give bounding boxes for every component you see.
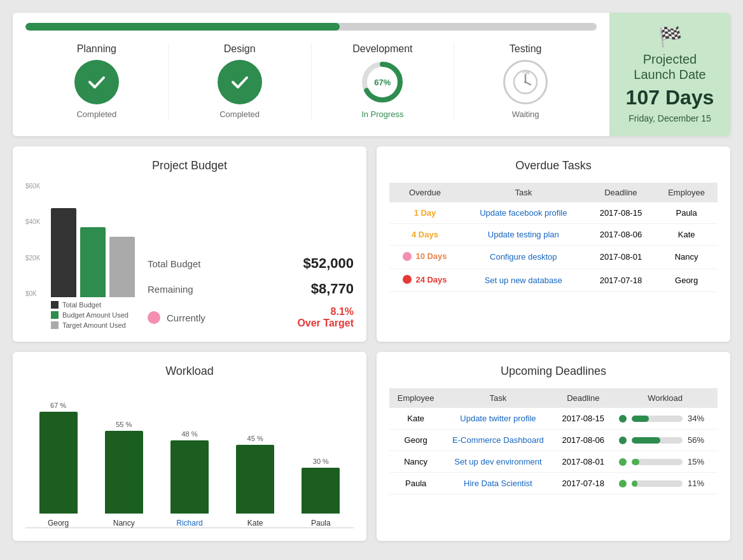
- legend-label-used: Budget Amount Used: [62, 311, 128, 319]
- task-link-2[interactable]: Update testing plan: [488, 230, 559, 239]
- currently-label: Currently: [167, 312, 205, 323]
- overdue-employee-3: Nancy: [655, 246, 718, 269]
- middle-row: Project Budget $60K $40K $20K $0K: [13, 146, 730, 342]
- table-row: Kate Update twitter profile 2017-08-15 3…: [389, 408, 718, 430]
- workload-bar-kate: 45 % Kate: [236, 435, 274, 528]
- remaining-value: $8,770: [311, 281, 354, 297]
- upcoming-table: Employee Task Deadline Workload Kate Upd…: [389, 388, 718, 494]
- name-richard[interactable]: Richard: [176, 519, 202, 528]
- phase-design-icon: [218, 60, 262, 104]
- y-label-60k: $60K: [25, 183, 40, 190]
- table-row: Paula Hire Data Scientist 2017-07-18 11%: [389, 473, 718, 494]
- phase-planning-title: Planning: [77, 43, 116, 55]
- bottom-row: Workload 67 % Georg 55 % Nancy 48 % Rich…: [13, 352, 730, 541]
- donut-label: 67%: [374, 78, 391, 87]
- y-axis-labels: $60K $40K $20K $0K: [25, 183, 40, 297]
- workload-cell-4: 11%: [619, 479, 711, 488]
- name-nancy: Nancy: [113, 519, 135, 528]
- task-link-3[interactable]: Configure desktop: [490, 252, 557, 262]
- upcoming-workload-1: 34%: [613, 408, 718, 430]
- upcoming-header-row: Employee Task Deadline Workload: [389, 388, 718, 408]
- mini-progress-fill-4: [632, 480, 637, 487]
- phase-design: Design Completed: [169, 43, 312, 119]
- workload-bar-georg: 67 % Georg: [39, 402, 78, 528]
- overdue-task-4: Set up new database: [461, 269, 587, 292]
- donut-chart: 67%: [360, 60, 405, 104]
- over-target-label: Over Target: [297, 318, 354, 328]
- bar-target-used: [109, 237, 135, 297]
- overdue-table: Overdue Task Deadline Employee 1 Day Upd…: [389, 183, 718, 292]
- clock-icon: [503, 60, 548, 104]
- upcoming-task-link-1[interactable]: Update twitter profile: [460, 414, 536, 423]
- phases-section: Planning Completed Design: [13, 13, 609, 136]
- workload-pct-richard: 48 %: [181, 430, 197, 438]
- legend-dot-gray: [51, 321, 59, 329]
- pct-text-2: 56%: [688, 435, 704, 445]
- table-row: Georg E-Commerce Dashboard 2017-08-06 56…: [389, 430, 718, 451]
- bar-nancy: [105, 431, 143, 514]
- task-link-1[interactable]: Update facebook profile: [480, 208, 567, 218]
- upcoming-title: Upcoming Deadlines: [389, 365, 718, 378]
- workload-title: Workload: [25, 365, 354, 378]
- upcoming-col-employee: Employee: [389, 388, 442, 408]
- phase-planning-status: Completed: [76, 109, 116, 119]
- check-circle-design: [218, 60, 262, 104]
- mini-dot-1: [619, 415, 627, 423]
- pink-dot-icon: [148, 311, 160, 324]
- budget-content: $60K $40K $20K $0K Total Budget: [25, 183, 354, 329]
- upcoming-task-1: Update twitter profile: [442, 408, 553, 430]
- workload-pct-paula: 30 %: [313, 458, 329, 465]
- overdue-days-1: 1 Day: [389, 202, 461, 224]
- phase-design-status: Completed: [219, 109, 260, 119]
- legend-target-used: Target Amount Used: [51, 321, 135, 329]
- legend-label-target: Target Amount Used: [62, 321, 126, 329]
- overdue-table-head: Overdue Task Deadline Employee: [389, 183, 718, 202]
- top-row: Planning Completed Design: [13, 13, 730, 136]
- upcoming-deadline-2: 2017-08-06: [554, 430, 613, 451]
- mini-progress-fill-2: [632, 437, 660, 444]
- legend-dot-dark: [51, 301, 59, 309]
- phase-testing: Testing: [454, 43, 597, 119]
- table-row: 1 Day Update facebook profile 2017-08-15…: [389, 202, 718, 224]
- budget-title: Project Budget: [25, 159, 354, 172]
- bar-paula: [302, 468, 340, 514]
- mini-dot-2: [619, 437, 627, 444]
- overdue-deadline-2: 2017-08-06: [587, 224, 656, 246]
- overdue-col-overdue: Overdue: [389, 183, 461, 202]
- launch-date-box: 🏁 ProjectedLaunch Date 107 Days Friday, …: [609, 13, 730, 136]
- overdue-task-2: Update testing plan: [461, 224, 587, 246]
- bar-kate: [236, 445, 274, 514]
- currently-pct: 8.1%: [331, 306, 354, 317]
- overdue-deadline-3: 2017-08-01: [587, 246, 656, 269]
- budget-card: Project Budget $60K $40K $20K $0K: [13, 146, 366, 342]
- phase-development-status: In Progress: [361, 109, 403, 119]
- check-circle-planning: [74, 60, 119, 104]
- workload-pct-nancy: 55 %: [116, 421, 132, 428]
- mini-progress-4: [632, 480, 683, 487]
- upcoming-col-deadline: Deadline: [554, 388, 613, 408]
- upcoming-task-link-3[interactable]: Set up dev environment: [454, 457, 541, 466]
- phase-development-icon: 67%: [360, 60, 405, 104]
- y-label-20k: $20K: [25, 255, 40, 262]
- legend-label-total: Total Budget: [62, 301, 101, 309]
- upcoming-task-link-4[interactable]: Hire Data Scientist: [464, 479, 532, 488]
- overdue-title: Overdue Tasks: [389, 159, 718, 172]
- overdue-card: Overdue Tasks Overdue Task Deadline Empl…: [377, 146, 730, 342]
- overdue-deadline-4: 2017-07-18: [587, 269, 656, 292]
- legend-budget-used: Budget Amount Used: [51, 311, 135, 319]
- upcoming-employee-4: Paula: [389, 473, 442, 494]
- y-label-40k: $40K: [25, 218, 40, 225]
- upcoming-col-task: Task: [442, 388, 553, 408]
- dashboard: Planning Completed Design: [13, 13, 730, 541]
- svg-point-5: [524, 81, 527, 83]
- launch-date-text: Friday, December 15: [628, 113, 711, 123]
- table-row: Nancy Set up dev environment 2017-08-01 …: [389, 451, 718, 473]
- days-badge-2: 4 Days: [412, 230, 438, 239]
- dot-icon-3: [403, 252, 412, 261]
- overdue-task-3: Configure desktop: [461, 246, 587, 269]
- pct-text-3: 15%: [688, 457, 704, 466]
- task-link-4[interactable]: Set up new database: [485, 276, 562, 285]
- upcoming-task-link-2[interactable]: E-Commerce Dashboard: [452, 435, 544, 445]
- bar-total-budget: [51, 208, 76, 297]
- remaining-label: Remaining: [148, 284, 193, 295]
